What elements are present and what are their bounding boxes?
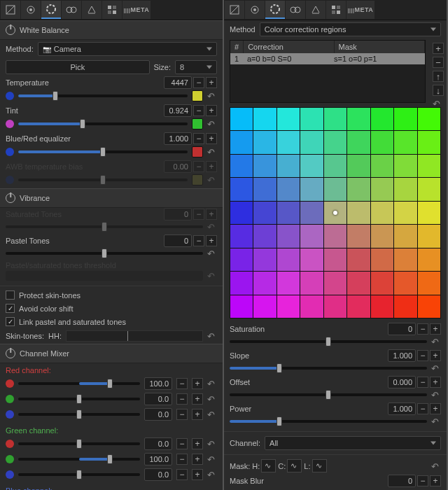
remove-region-button[interactable]: − — [433, 57, 444, 68]
skin-gradient[interactable] — [66, 330, 203, 342]
cm-slider[interactable] — [18, 398, 140, 400]
mask-h-select[interactable] — [261, 459, 276, 472]
left-scroll[interactable]: White Balance Method: Camera Pick Size: … — [0, 20, 223, 490]
slope-value[interactable]: 1.000 — [388, 349, 416, 362]
color-correction-grid[interactable] — [230, 107, 441, 318]
protect-skin-checkbox[interactable] — [6, 290, 15, 300]
power-icon[interactable] — [6, 25, 15, 35]
temperature-value[interactable]: 4447 — [164, 76, 192, 89]
tab-advanced[interactable] — [62, 1, 81, 19]
right-scroll[interactable]: Method Color correction regions # Correc… — [224, 20, 447, 490]
reset-icon[interactable] — [207, 439, 217, 449]
temperature-track[interactable] — [18, 94, 188, 97]
offset-value[interactable]: 0.000 — [388, 376, 416, 388]
reset-icon[interactable] — [207, 454, 217, 464]
minus-button[interactable]: − — [193, 77, 204, 88]
mask-c-select[interactable] — [287, 459, 302, 472]
tab-raw[interactable] — [102, 1, 122, 19]
minus-button[interactable]: − — [417, 350, 428, 361]
tab-detail[interactable] — [21, 1, 41, 19]
tab-meta[interactable]: ||||META — [122, 1, 150, 19]
pick-size-select[interactable]: 8 — [175, 60, 217, 74]
reset-icon[interactable] — [207, 331, 217, 341]
plus-button[interactable]: + — [430, 403, 441, 414]
minus-button[interactable]: − — [417, 475, 428, 486]
reset-icon[interactable] — [207, 119, 217, 129]
reset-icon[interactable] — [207, 379, 217, 388]
reset-icon[interactable] — [431, 416, 441, 426]
white-balance-header[interactable]: White Balance — [0, 20, 223, 40]
power-icon[interactable] — [6, 349, 15, 358]
tab-advanced[interactable] — [286, 1, 305, 19]
minus-button[interactable]: − — [417, 403, 428, 414]
reset-icon[interactable] — [431, 461, 441, 471]
tab-transform[interactable] — [82, 1, 102, 19]
grid-marker[interactable] — [333, 211, 337, 215]
cm-slider[interactable] — [18, 458, 140, 461]
region-list[interactable]: # Correction Mask 1 a=0 b=0 S=0 s=1 o=0 … — [230, 40, 426, 103]
pick-button[interactable]: Pick — [6, 60, 150, 74]
tab-exposure[interactable] — [1, 1, 20, 19]
plus-button[interactable]: + — [430, 377, 441, 388]
saturation-value[interactable]: 0 — [388, 323, 416, 335]
plus-button[interactable]: + — [430, 323, 441, 335]
minus-button[interactable]: − — [417, 323, 428, 335]
tab-detail[interactable] — [245, 1, 265, 19]
plus-button[interactable]: + — [206, 235, 217, 246]
plus-button[interactable]: + — [206, 77, 217, 88]
reset-icon — [207, 222, 217, 232]
cc-method-select[interactable]: Color correction regions — [260, 22, 441, 36]
plus-button[interactable]: + — [206, 133, 217, 144]
channel-mixer-header[interactable]: Channel Mixer — [0, 344, 223, 363]
reset-icon[interactable] — [207, 470, 217, 479]
reset-icon[interactable] — [207, 248, 217, 258]
bre-track[interactable] — [18, 150, 188, 153]
mask-l-select[interactable] — [312, 459, 327, 472]
minus-button[interactable]: − — [193, 105, 204, 116]
plus-button[interactable]: + — [206, 105, 217, 116]
tab-raw[interactable] — [326, 1, 346, 19]
pastel-track[interactable] — [6, 252, 203, 255]
offset-track[interactable] — [230, 393, 427, 396]
cm-slider[interactable] — [18, 413, 140, 416]
tab-color[interactable] — [41, 1, 61, 19]
tab-color[interactable] — [265, 1, 285, 19]
wb-method-select[interactable]: Camera — [38, 42, 217, 56]
tint-value[interactable]: 0.924 — [164, 104, 192, 117]
vibrance-header[interactable]: Vibrance — [0, 188, 223, 208]
add-region-button[interactable]: + — [433, 43, 444, 54]
saturation-track[interactable] — [230, 340, 427, 343]
cm-slider[interactable] — [18, 473, 140, 476]
list-row[interactable]: 1 a=0 b=0 S=0 s=1 o=0 p=1 — [230, 53, 425, 64]
reset-icon[interactable] — [207, 394, 217, 404]
move-down-button[interactable]: ↓ — [433, 85, 444, 96]
reset-icon[interactable] — [207, 91, 217, 101]
cm-slider[interactable] — [18, 442, 140, 445]
tab-meta[interactable]: ||||META — [346, 1, 374, 19]
power-icon[interactable] — [6, 193, 15, 203]
reset-icon[interactable] — [431, 363, 441, 373]
plus-button[interactable]: + — [430, 475, 441, 486]
channel-select[interactable]: All — [265, 436, 441, 450]
pastel-value[interactable]: 0 — [164, 234, 192, 247]
cm-slider[interactable] — [18, 382, 140, 385]
minus-button[interactable]: − — [193, 133, 204, 144]
plus-button[interactable]: + — [430, 350, 441, 361]
reset-icon[interactable] — [431, 337, 441, 346]
reset-icon[interactable] — [431, 390, 441, 400]
bre-value[interactable]: 1.000 — [164, 132, 192, 145]
tint-track[interactable] — [18, 122, 188, 125]
tab-transform[interactable] — [306, 1, 326, 19]
link-tones-checkbox[interactable] — [6, 317, 15, 326]
maskblur-value[interactable]: 0 — [388, 475, 416, 487]
slope-track[interactable] — [230, 367, 427, 370]
move-up-button[interactable]: ↑ — [433, 71, 444, 82]
reset-icon[interactable] — [207, 410, 217, 419]
power-value[interactable]: 1.000 — [388, 402, 416, 415]
minus-button[interactable]: − — [193, 235, 204, 246]
tab-exposure[interactable] — [225, 1, 244, 19]
power-track[interactable] — [230, 420, 427, 423]
reset-icon[interactable] — [207, 147, 217, 157]
minus-button[interactable]: − — [417, 377, 428, 388]
avoid-shift-checkbox[interactable] — [6, 304, 15, 313]
